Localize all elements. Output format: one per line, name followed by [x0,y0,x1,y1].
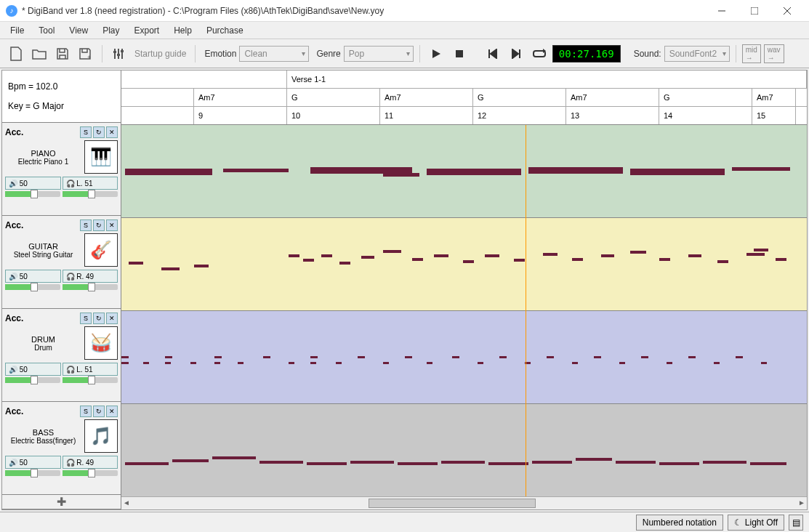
track-volume[interactable]: 🔊 50 [5,456,61,469]
track-solo-button[interactable]: S [80,126,92,138]
track-close-button[interactable]: ✕ [106,313,118,324]
loop-icon[interactable] [529,44,550,64]
track-refresh-button[interactable]: ↻ [93,313,105,324]
midi-note[interactable] [641,356,648,358]
play-icon[interactable] [426,44,446,64]
horizontal-scrollbar[interactable]: ◄ ► [121,496,807,509]
midi-note[interactable] [659,258,670,261]
midi-note[interactable] [165,356,172,358]
drum-icon[interactable]: 🥁 [84,326,118,360]
save-icon[interactable] [52,44,73,64]
midi-note[interactable] [478,362,483,364]
playhead[interactable] [526,125,526,496]
verse-cell[interactable]: Verse 1-1 [287,70,807,88]
midi-note[interactable] [289,254,299,257]
midi-note[interactable] [405,356,412,358]
chord-cell[interactable]: G [287,89,380,106]
midi-note[interactable] [441,461,485,464]
menu-file[interactable]: File [3,23,31,38]
bar-cell[interactable] [121,107,194,124]
midi-note[interactable] [776,258,786,261]
bar-cell[interactable]: 13 [566,107,659,124]
midi-note[interactable] [303,259,314,262]
mid-export-button[interactable]: mid→ [742,44,761,63]
pan-slider[interactable] [63,191,118,197]
midi-note[interactable] [514,259,525,262]
midi-note[interactable] [732,167,790,171]
track-close-button[interactable]: ✕ [106,126,118,138]
track-solo-button[interactable]: S [80,219,92,231]
track-close-button[interactable]: ✕ [106,406,118,417]
volume-slider[interactable] [5,284,60,290]
menu-view[interactable]: View [62,23,95,38]
scroll-thumb[interactable] [369,499,536,508]
midi-note[interactable] [310,362,316,364]
verse-cell-empty[interactable] [121,70,287,88]
midi-note[interactable] [358,356,365,358]
midi-note[interactable] [361,256,374,259]
midi-note[interactable] [463,260,474,263]
midi-note[interactable] [143,362,149,364]
guitar-icon[interactable]: 🎸 [84,233,118,267]
bar-cell[interactable]: 14 [659,107,752,124]
chord-cell[interactable]: Am7 [566,89,659,106]
startup-guide-label[interactable]: Startup guide [134,49,186,59]
midi-note[interactable] [310,356,318,358]
midi-note[interactable] [488,462,528,465]
midi-note[interactable] [223,169,289,172]
bass-icon[interactable]: 🎵 [84,419,118,453]
midi-note[interactable] [263,356,270,358]
midi-note[interactable] [125,172,212,175]
midi-note[interactable] [212,456,256,459]
pan-slider[interactable] [63,377,118,383]
sound-combo[interactable]: SoundFont2 [664,46,730,62]
track-lane-bass[interactable] [121,404,807,496]
menu-help[interactable]: Help [166,23,199,38]
midi-note[interactable] [714,362,720,364]
notation-button[interactable]: Numbered notation [636,515,723,531]
midi-note[interactable] [398,462,438,465]
midi-note[interactable] [427,172,521,175]
chord-cell[interactable]: G [659,89,752,106]
midi-note[interactable] [214,362,220,364]
track-refresh-button[interactable]: ↻ [93,406,105,417]
midi-note[interactable] [528,170,623,174]
midi-note[interactable] [594,356,601,358]
midi-note[interactable] [214,356,222,358]
midi-note[interactable] [350,461,394,464]
midi-note[interactable] [161,267,180,270]
midi-note[interactable] [172,459,209,462]
midi-note[interactable] [630,251,646,254]
midi-note[interactable] [339,262,350,265]
track-pan[interactable]: 🎧 L. 51 [63,177,118,190]
midi-note[interactable] [194,265,209,267]
pan-slider[interactable] [63,284,118,290]
wav-export-button[interactable]: wav→ [764,44,784,63]
close-button[interactable] [770,0,803,22]
track-refresh-button[interactable]: ↻ [93,219,105,231]
midi-note[interactable] [125,462,169,465]
settings-icon[interactable] [108,44,129,64]
new-file-icon[interactable] [6,44,26,64]
track-refresh-button[interactable]: ↻ [93,126,105,138]
midi-note[interactable] [601,254,614,257]
midi-note[interactable] [746,253,765,256]
volume-slider[interactable] [5,191,60,197]
volume-slider[interactable] [5,377,60,383]
midi-note[interactable] [688,254,701,257]
track-volume[interactable]: 🔊 50 [5,177,61,190]
open-file-icon[interactable] [29,44,49,64]
track-pan[interactable]: 🎧 L. 51 [63,363,118,376]
midi-note[interactable] [165,362,171,364]
midi-note[interactable] [688,356,696,358]
midi-note[interactable] [259,461,303,464]
save-as-icon[interactable]: + [76,44,96,64]
menu-tool[interactable]: Tool [31,23,62,38]
chord-cell[interactable]: Am7 [752,89,796,106]
track-lanes[interactable] [121,125,807,496]
status-extra-button[interactable]: ▤ [789,515,803,531]
midi-note[interactable] [750,462,786,465]
midi-note[interactable] [321,254,332,257]
midi-note[interactable] [238,362,243,364]
track-lane-piano[interactable] [121,125,807,218]
